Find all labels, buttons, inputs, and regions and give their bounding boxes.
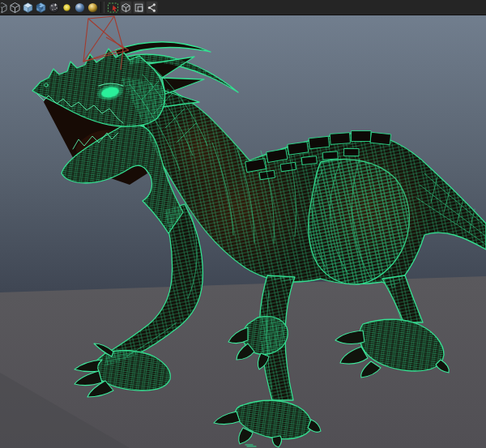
clipped-cube-icon[interactable] xyxy=(1,1,8,15)
default-light-icon[interactable] xyxy=(61,1,73,15)
viewport-toolbar xyxy=(0,0,486,15)
scene xyxy=(0,15,486,448)
application-window: { "window": { "app_description": "3D mod… xyxy=(0,0,486,448)
wireframe-mode-icon[interactable] xyxy=(9,1,21,15)
isolate-select-icon[interactable] xyxy=(120,1,132,14)
gold-material-sphere-icon[interactable] xyxy=(87,1,99,15)
frame-panel-icon[interactable] xyxy=(133,1,145,14)
toolbar-separator xyxy=(100,2,104,13)
smooth-shade-mode-icon[interactable] xyxy=(22,1,34,15)
viewport-canvas[interactable] xyxy=(0,15,486,448)
connections-icon[interactable] xyxy=(146,1,158,14)
blue-material-sphere-icon[interactable] xyxy=(74,1,86,15)
use-all-lights-icon[interactable] xyxy=(48,1,60,15)
highlight-selection-icon[interactable] xyxy=(107,1,119,15)
textured-mode-icon[interactable] xyxy=(35,1,47,15)
